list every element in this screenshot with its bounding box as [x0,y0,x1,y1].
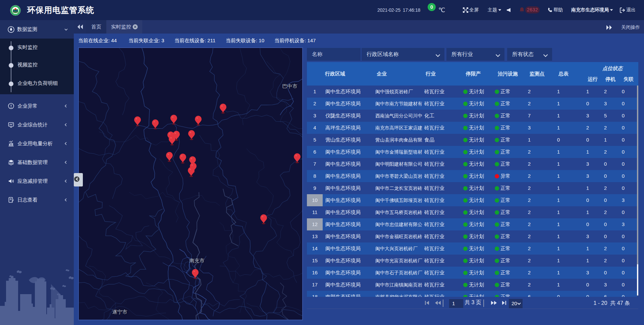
svg-text:南充市: 南充市 [190,258,205,263]
svg-text:巴中市: 巴中市 [282,83,298,89]
svg-text:遂宁市: 遂宁市 [112,309,127,315]
